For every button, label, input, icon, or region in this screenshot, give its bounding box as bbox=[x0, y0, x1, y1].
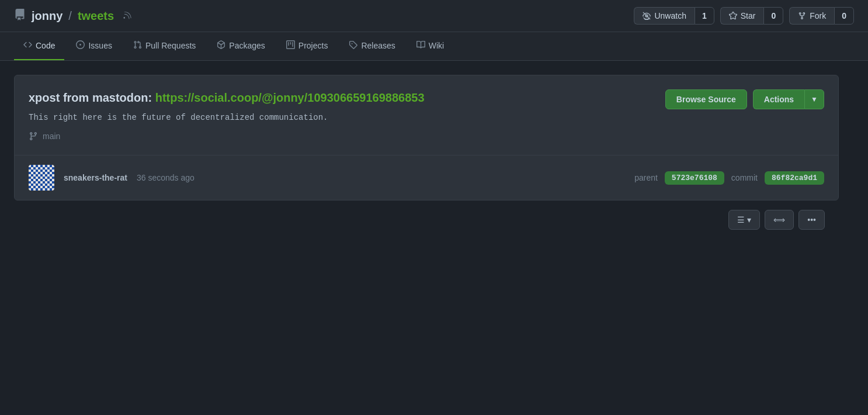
commit-time: 36 seconds ago bbox=[137, 173, 195, 182]
commit-author[interactable]: sneakers-the-rat bbox=[64, 173, 127, 182]
code-icon bbox=[23, 40, 32, 51]
nav-releases-label: Releases bbox=[361, 41, 395, 50]
parent-hash-badge[interactable]: 5723e76108 bbox=[665, 171, 724, 185]
more-options-button[interactable]: ••• bbox=[798, 210, 825, 230]
main-content: xpost from mastodon: https://social.coop… bbox=[0, 61, 853, 244]
header-actions: Unwatch 1 Star 0 Fork 0 bbox=[628, 7, 854, 25]
commit-bottom: sneakers-the-rat 36 seconds ago parent 5… bbox=[15, 155, 838, 200]
list-view-button[interactable]: ☰ ▾ bbox=[728, 210, 760, 230]
actions-button-group: Actions ▼ bbox=[753, 89, 824, 109]
nav-item-wiki[interactable]: Wiki bbox=[407, 32, 453, 60]
fork-label: Fork bbox=[810, 11, 826, 20]
page-header: jonny / tweets Unwatch 1 bbox=[0, 0, 868, 32]
nav-code-label: Code bbox=[36, 41, 55, 50]
nav-projects-label: Projects bbox=[298, 41, 328, 50]
avatar-image bbox=[29, 165, 54, 191]
commit-action-buttons: Browse Source Actions ▼ bbox=[665, 89, 824, 109]
unwatch-group: Unwatch 1 bbox=[634, 7, 714, 25]
browse-source-button[interactable]: Browse Source bbox=[665, 89, 747, 109]
projects-icon bbox=[286, 40, 295, 51]
unwatch-button[interactable]: Unwatch bbox=[634, 7, 694, 25]
branch-icon bbox=[29, 132, 38, 141]
wiki-icon bbox=[416, 40, 425, 51]
issues-icon bbox=[76, 40, 85, 51]
repo-nav: Code Issues Pull Requests Packages bbox=[0, 32, 868, 61]
branch-name: main bbox=[43, 132, 60, 141]
nav-item-issues[interactable]: Issues bbox=[67, 32, 121, 60]
expand-icon: ⟺ bbox=[773, 215, 785, 224]
author-avatar bbox=[29, 165, 54, 191]
list-icon: ☰ bbox=[737, 215, 745, 224]
nav-item-projects[interactable]: Projects bbox=[277, 32, 338, 60]
star-group: Star 0 bbox=[720, 7, 783, 25]
star-count[interactable]: 0 bbox=[763, 7, 783, 25]
nav-item-packages[interactable]: Packages bbox=[207, 32, 274, 60]
releases-icon bbox=[349, 40, 357, 51]
parent-label: parent bbox=[634, 173, 658, 182]
nav-item-releases[interactable]: Releases bbox=[339, 32, 404, 60]
nav-pr-label: Pull Requests bbox=[145, 41, 196, 50]
commit-branch: main bbox=[29, 132, 651, 141]
nav-item-code[interactable]: Code bbox=[14, 32, 64, 60]
commit-top: xpost from mastodon: https://social.coop… bbox=[15, 75, 838, 155]
star-button[interactable]: Star bbox=[720, 7, 764, 25]
more-icon: ••• bbox=[807, 215, 816, 224]
bottom-toolbar: ☰ ▾ ⟺ ••• bbox=[14, 200, 839, 230]
star-label: Star bbox=[741, 11, 756, 20]
commit-meta: parent 5723e76108 commit 86f82ca9d1 bbox=[634, 171, 824, 185]
repo-owner[interactable]: jonny bbox=[32, 9, 63, 23]
nav-issues-label: Issues bbox=[88, 41, 112, 50]
commit-message: xpost from mastodon: https://social.coop… bbox=[29, 89, 651, 141]
nav-item-pull-requests[interactable]: Pull Requests bbox=[124, 32, 205, 60]
repo-title: jonny / tweets bbox=[14, 9, 131, 23]
pull-requests-icon bbox=[133, 40, 142, 51]
fork-count[interactable]: 0 bbox=[834, 7, 854, 25]
rss-icon[interactable] bbox=[123, 11, 131, 21]
actions-button[interactable]: Actions bbox=[753, 89, 804, 109]
actions-dropdown-button[interactable]: ▼ bbox=[804, 89, 824, 109]
packages-icon bbox=[217, 40, 225, 51]
unwatch-label: Unwatch bbox=[654, 11, 686, 20]
fork-group: Fork 0 bbox=[789, 7, 854, 25]
commit-title-prefix: xpost from mastodon: bbox=[29, 91, 155, 104]
expand-button[interactable]: ⟺ bbox=[765, 210, 794, 230]
commit-title-link[interactable]: https://social.coop/@jonny/1093066591698… bbox=[155, 91, 425, 104]
commit-label: commit bbox=[731, 173, 758, 182]
nav-wiki-label: Wiki bbox=[429, 41, 444, 50]
repo-separator: / bbox=[68, 9, 72, 23]
commit-hash-badge[interactable]: 86f82ca9d1 bbox=[765, 171, 824, 185]
repo-name[interactable]: tweets bbox=[78, 9, 114, 23]
fork-button[interactable]: Fork bbox=[789, 7, 834, 25]
unwatch-count[interactable]: 1 bbox=[695, 7, 714, 25]
list-dropdown-icon: ▾ bbox=[747, 215, 751, 224]
commit-card: xpost from mastodon: https://social.coop… bbox=[14, 75, 839, 200]
commit-title: xpost from mastodon: https://social.coop… bbox=[29, 89, 651, 106]
repo-icon bbox=[14, 9, 26, 23]
nav-packages-label: Packages bbox=[229, 41, 265, 50]
commit-description: This right here is the future of decentr… bbox=[29, 113, 651, 122]
